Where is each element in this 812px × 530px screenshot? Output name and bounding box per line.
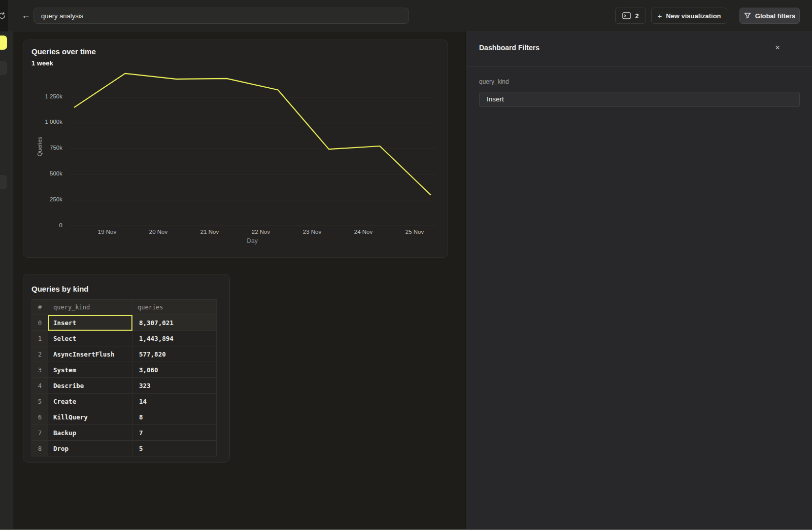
queries-table: # query_kind queries 0Insert8,307,0211Se… (31, 299, 217, 456)
query-kind-filter-input[interactable]: Insert (479, 92, 800, 107)
queries-series-line (74, 74, 431, 195)
row-index: 4 (32, 378, 48, 394)
query-kind-cell[interactable]: Describe (48, 378, 132, 394)
topbar: ← 2 + New visualization Global filters (0, 0, 812, 31)
dashboard-title-input[interactable] (33, 8, 409, 24)
queries-by-kind-card: Queries by kind # query_kind queries 0In… (23, 274, 230, 463)
table-row: 4Describe323 (32, 378, 217, 394)
refresh-icon[interactable] (0, 11, 7, 20)
query-kind-cell[interactable]: AsyncInsertFlush (48, 346, 132, 362)
topbar-sidebar-block (0, 0, 8, 31)
plus-icon: + (657, 12, 662, 20)
y-tick-label: 500k (23, 170, 62, 176)
queries-over-time-card: Queries over time 1 week Queries 0250k50… (23, 40, 448, 258)
queries-count-cell[interactable]: 1,443,894 (132, 331, 217, 346)
y-tick-label: 750k (23, 145, 62, 151)
queries-count-cell[interactable]: 5 (132, 441, 217, 456)
column-header-query-kind: query_kind (48, 300, 132, 315)
x-tick-label: 25 Nov (405, 229, 424, 235)
y-tick-label: 1 250k (23, 93, 62, 99)
table-row: 3System3,060 (32, 362, 217, 378)
row-index: 6 (32, 409, 48, 425)
query-kind-cell[interactable]: Create (48, 394, 132, 409)
x-tick-label: 19 Nov (98, 229, 116, 235)
queries-count-cell[interactable]: 8,307,021 (132, 315, 217, 331)
queries-count-cell[interactable]: 577,820 (132, 346, 217, 362)
chart-title: Queries over time (31, 47, 96, 56)
row-index: 5 (32, 394, 48, 409)
new-visualization-label: New visualization (666, 12, 721, 20)
table-row: 2AsyncInsertFlush577,820 (32, 346, 217, 362)
queries-count-cell[interactable]: 323 (132, 378, 217, 394)
queries-line-svg (69, 69, 436, 226)
x-tick-label: 23 Nov (303, 229, 321, 235)
table-row: 6KillQuery8 (32, 409, 217, 425)
sidebar-item-active-dashboard[interactable] (0, 36, 7, 50)
row-index: 3 (32, 362, 48, 378)
queries-count-cell[interactable]: 3,060 (132, 362, 217, 378)
sql-console-button[interactable]: 2 (615, 8, 646, 24)
query-kind-cell[interactable]: Select (48, 331, 132, 346)
x-tick-label: 24 Nov (354, 229, 373, 235)
table-row: 7Backup7 (32, 425, 217, 441)
sidebar-item-2[interactable] (0, 61, 7, 75)
query-kind-filter-label: query_kind (479, 78, 509, 85)
global-filters-button[interactable]: Global filters (739, 8, 800, 24)
chart-subtitle: 1 week (31, 59, 53, 67)
table-row: 0Insert8,307,021 (32, 315, 217, 331)
dashboard-filters-panel: Dashboard Filters ✕ query_kind Insert (465, 31, 812, 530)
queries-count-cell[interactable]: 14 (132, 394, 217, 409)
console-count: 2 (635, 12, 638, 20)
queries-count-cell[interactable]: 8 (132, 409, 217, 425)
row-index: 1 (32, 331, 48, 346)
row-index: 7 (32, 425, 48, 441)
column-header-index: # (32, 300, 48, 315)
row-index: 0 (32, 315, 48, 331)
close-icon[interactable]: ✕ (772, 43, 783, 53)
query-kind-cell[interactable]: System (48, 362, 132, 378)
y-tick-label: 0 (23, 222, 62, 228)
new-visualization-button[interactable]: + New visualization (651, 8, 727, 24)
mini-sidebar (0, 31, 13, 530)
x-tick-label: 20 Nov (149, 229, 167, 235)
x-tick-label: 22 Nov (252, 229, 270, 235)
back-button[interactable]: ← (19, 9, 32, 22)
x-tick-label: 21 Nov (200, 229, 219, 235)
x-axis-title: Day (247, 237, 257, 244)
column-header-queries: queries (132, 300, 217, 315)
query-kind-cell[interactable]: Insert (48, 315, 132, 331)
filters-panel-title: Dashboard Filters (479, 44, 539, 52)
query-kind-cell[interactable]: Drop (48, 441, 132, 456)
terminal-window-icon (622, 12, 631, 19)
table-row: 5Create14 (32, 394, 217, 409)
panel-divider (466, 66, 812, 67)
table-header-row: # query_kind queries (32, 300, 217, 315)
funnel-icon (744, 12, 751, 19)
table-row: 1Select1,443,894 (32, 331, 217, 346)
table-title: Queries by kind (31, 285, 89, 293)
query-kind-cell[interactable]: Backup (48, 425, 132, 441)
y-tick-label: 1 000k (23, 119, 62, 125)
y-tick-label: 250k (23, 196, 62, 202)
query-kind-cell[interactable]: KillQuery (48, 409, 132, 425)
global-filters-label: Global filters (755, 12, 795, 20)
row-index: 8 (32, 441, 48, 456)
table-row: 8Drop5 (32, 441, 217, 456)
sidebar-item-3[interactable] (0, 175, 7, 189)
row-index: 2 (32, 346, 48, 362)
plot-area (69, 69, 436, 226)
queries-count-cell[interactable]: 7 (132, 425, 217, 441)
